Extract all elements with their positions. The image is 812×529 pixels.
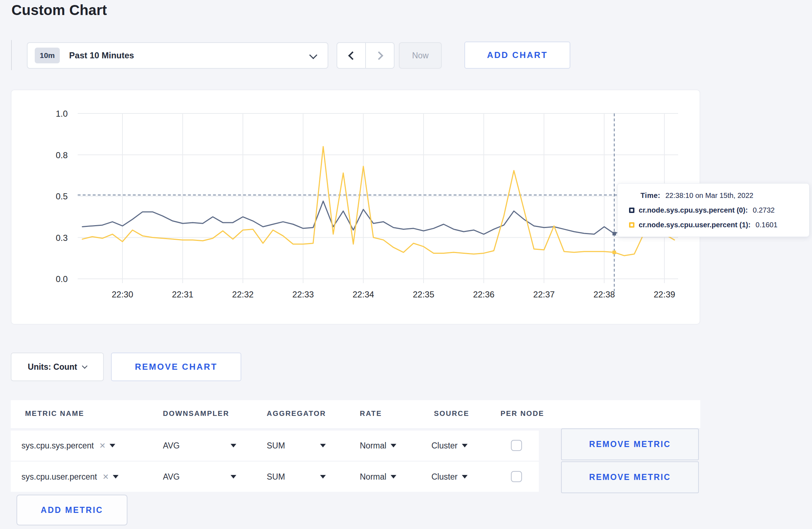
series-swatch-icon	[629, 208, 634, 213]
prev-range-button[interactable]	[337, 42, 366, 69]
per-node-checkbox[interactable]	[511, 471, 522, 482]
dropdown-caret-icon	[320, 444, 326, 447]
metric-name-value: sys.cpu.user.percent	[21, 472, 97, 482]
add-chart-button[interactable]: ADD CHART	[464, 42, 570, 69]
chart-panel: 0.00.30.50.81.022:3022:3122:3222:3322:34…	[11, 89, 700, 325]
metric-name-value: sys.cpu.sys.percent	[21, 441, 94, 451]
chevron-right-icon	[374, 51, 383, 60]
x-axis-tick-label: 22:37	[533, 290, 555, 299]
rate-value: Normal	[360, 472, 386, 482]
remove-metric-button[interactable]: REMOVE METRIC	[561, 428, 699, 460]
time-nav-group	[337, 42, 395, 69]
source-select[interactable]: Cluster	[431, 431, 468, 461]
tooltip-series-name: cr.node.sys.cpu.user.percent (1):	[639, 221, 750, 229]
x-axis-tick-label: 22:33	[293, 290, 314, 299]
chart-tooltip: Time:22:38:10 on Mar 15th, 2022 cr.node.…	[617, 183, 809, 237]
chevron-down-icon	[82, 363, 88, 369]
x-axis-tick-label: 22:30	[112, 290, 133, 299]
source-select[interactable]: Cluster	[431, 462, 468, 492]
source-value: Cluster	[431, 441, 458, 451]
add-metric-button[interactable]: ADD METRIC	[16, 495, 127, 525]
tooltip-series-name: cr.node.sys.cpu.sys.percent (0):	[639, 206, 748, 214]
dropdown-caret-icon	[391, 475, 396, 479]
chevron-left-icon	[348, 51, 357, 60]
tooltip-series-value: 0.1601	[755, 221, 777, 229]
tooltip-time-label: Time:	[641, 191, 660, 199]
col-source: SOURCE	[434, 409, 469, 418]
y-axis-tick-label: 1.0	[56, 109, 68, 118]
next-range-button[interactable]	[366, 42, 395, 69]
x-axis-tick-label: 22:36	[473, 290, 494, 299]
source-value: Cluster	[431, 472, 458, 482]
x-axis-tick-label: 22:39	[654, 290, 675, 299]
rate-value: Normal	[360, 441, 386, 451]
x-axis-tick-label: 22:32	[232, 290, 253, 299]
remove-chart-button[interactable]: REMOVE CHART	[111, 353, 241, 381]
dropdown-caret-icon	[110, 444, 115, 447]
time-range-badge: 10m	[35, 48, 60, 63]
rate-select[interactable]: Normal	[360, 431, 396, 461]
downsampler-select[interactable]: AVG	[163, 462, 236, 492]
dropdown-caret-icon	[391, 444, 396, 447]
x-axis-tick-label: 22:35	[413, 290, 434, 299]
series-swatch-icon	[629, 222, 634, 228]
tooltip-time: Time:22:38:10 on Mar 15th, 2022	[618, 191, 809, 200]
time-range-dropdown[interactable]: 10m Past 10 Minutes	[27, 42, 328, 69]
dropdown-caret-icon	[320, 475, 326, 479]
dropdown-caret-icon	[231, 444, 236, 447]
table-row: sys.cpu.user.percent×AVGSUMNormalCluster	[11, 462, 539, 492]
page-title: Custom Chart	[11, 2, 107, 18]
rate-select[interactable]: Normal	[360, 462, 396, 492]
col-rate: RATE	[360, 409, 382, 418]
dropdown-caret-icon	[462, 444, 468, 447]
col-metric-name: METRIC NAME	[25, 409, 84, 418]
clear-metric-icon[interactable]: ×	[100, 440, 105, 451]
col-per-node: PER NODE	[501, 409, 544, 418]
col-downsampler: DOWNSAMPLER	[163, 409, 229, 418]
hover-point-marker	[613, 232, 616, 236]
units-dropdown[interactable]: Units: Count	[11, 353, 104, 381]
remove-metric-button[interactable]: REMOVE METRIC	[561, 461, 699, 493]
table-row: sys.cpu.sys.percent×AVGSUMNormalCluster	[11, 431, 539, 461]
tooltip-series-value: 0.2732	[753, 206, 775, 214]
clear-metric-icon[interactable]: ×	[103, 471, 108, 482]
toolbar-divider	[11, 40, 12, 70]
y-axis-tick-label: 0.5	[56, 191, 68, 201]
tooltip-series-row: cr.node.sys.cpu.sys.percent (0):0.2732	[618, 206, 809, 214]
dropdown-caret-icon	[113, 475, 119, 479]
per-node-checkbox[interactable]	[511, 440, 522, 451]
aggregator-value: SUM	[267, 441, 285, 451]
x-axis-tick-label: 22:34	[353, 290, 374, 299]
downsampler-value: AVG	[163, 472, 180, 482]
now-button[interactable]: Now	[399, 42, 442, 69]
aggregator-select[interactable]: SUM	[267, 431, 326, 461]
aggregator-value: SUM	[267, 472, 285, 482]
col-aggregator: AGGREGATOR	[267, 409, 326, 418]
y-axis-tick-label: 0.0	[56, 274, 68, 284]
y-axis-tick-label: 0.3	[56, 233, 68, 243]
units-label: Units: Count	[28, 362, 77, 372]
line-chart[interactable]: 0.00.30.50.81.022:3022:3122:3222:3322:34…	[11, 90, 701, 325]
tooltip-time-value: 22:38:10 on Mar 15th, 2022	[665, 191, 753, 199]
metrics-table-header: METRIC NAME DOWNSAMPLER AGGREGATOR RATE …	[11, 400, 700, 428]
x-axis-tick-label: 22:31	[172, 290, 193, 299]
x-axis-tick-label: 22:38	[594, 290, 615, 299]
chevron-down-icon	[309, 51, 318, 59]
aggregator-select[interactable]: SUM	[267, 462, 326, 492]
series-line	[82, 201, 675, 234]
dropdown-caret-icon	[462, 475, 468, 479]
metric-name-dropdown[interactable]: sys.cpu.sys.percent×	[21, 431, 115, 461]
series-line	[82, 146, 675, 256]
time-range-label: Past 10 Minutes	[69, 50, 134, 60]
dropdown-caret-icon	[231, 475, 236, 479]
metric-name-dropdown[interactable]: sys.cpu.user.percent×	[21, 462, 119, 492]
tooltip-series-row: cr.node.sys.cpu.user.percent (1):0.1601	[618, 221, 809, 229]
downsampler-value: AVG	[163, 441, 180, 451]
hover-point-marker	[613, 251, 616, 254]
downsampler-select[interactable]: AVG	[163, 431, 236, 461]
y-axis-tick-label: 0.8	[56, 150, 68, 160]
